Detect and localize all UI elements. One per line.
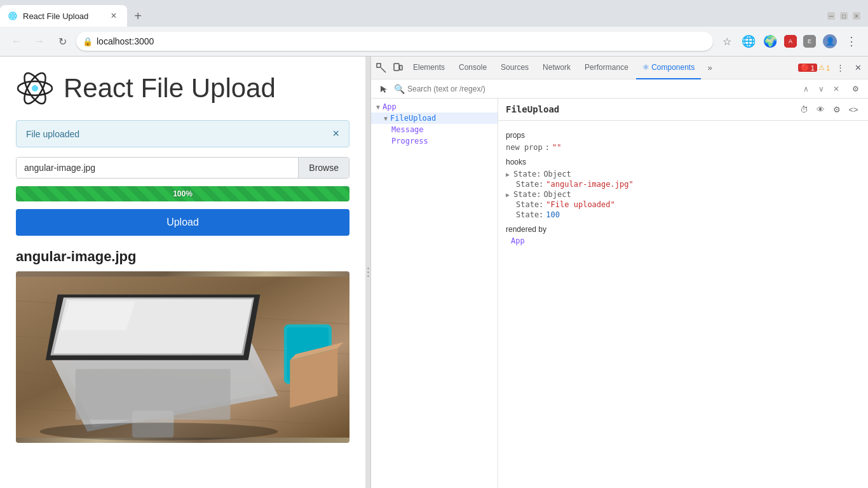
tree-label-app: App [383,102,397,111]
hook-value-0[interactable]: Object [543,170,571,179]
hook-label-3: State: [516,200,543,209]
hook-value-2[interactable]: Object [543,190,571,199]
props-panel: props new prop : "" hooks ▶ Stat [498,121,868,488]
hook-arrow-0[interactable]: ▶ [506,171,510,178]
back-button[interactable]: ← [8,32,25,50]
ext-icon-2[interactable]: E [802,34,817,49]
tree-item-app[interactable]: ▼ App [371,101,498,112]
hook-value-4: 100 [546,210,560,219]
log-data-icon[interactable]: ⚙ [830,102,844,116]
minimize-button[interactable]: ─ [827,12,835,20]
upload-button[interactable]: Upload [16,209,349,236]
profile-icon-2[interactable]: 🌍 [761,32,779,50]
props-section-title: props [506,131,860,140]
devtools-panel: Elements Console Sources Network Perform… [370,57,868,488]
devtools-device-button[interactable] [390,60,405,76]
search-prev-button[interactable]: ∧ [799,83,812,95]
file-input-row: Browse [16,157,349,179]
svg-rect-20 [377,64,381,67]
close-button[interactable]: × [853,12,860,20]
new-prop-row: new prop : "" [506,142,860,152]
devtools-more-tabs[interactable]: » [702,60,717,76]
devtools-tab-components[interactable]: ⚛ Components [636,57,701,79]
devtools-settings-icon[interactable]: ⋮ [832,60,848,76]
panel-separator[interactable] [365,57,370,488]
devtools-close-button[interactable]: ✕ [850,60,865,76]
devtools-pointer-icon[interactable] [376,81,391,97]
svg-point-19 [40,423,278,440]
browser-chrome: React File Upload × + ─ □ × ← → ↻ 🔒 loca… [0,0,868,57]
devtools-tab-console[interactable]: Console [452,57,493,79]
tree-item-message[interactable]: Message [371,124,498,135]
forward-button[interactable]: → [31,32,48,50]
uploaded-image [16,271,349,443]
devtools-tab-performance[interactable]: Performance [578,57,635,79]
address-input-container[interactable]: 🔒 localhost:3000 [76,32,713,51]
new-tab-button[interactable]: + [127,5,149,27]
hook-row-3: State: "File uploaded" [506,200,860,210]
devtools-tab-elements[interactable]: Elements [407,57,451,79]
active-tab[interactable]: React File Upload × [0,5,127,27]
search-close-button[interactable]: ✕ [830,83,843,95]
component-tree: ▼ App ▼ FileUpload Message Progress [371,98,498,488]
hook-arrow-2[interactable]: ▶ [506,191,510,198]
browse-button[interactable]: Browse [298,158,349,178]
refresh-button[interactable]: ↻ [53,32,71,50]
svg-point-5 [32,85,38,92]
inspect-dom-icon[interactable]: 👁 [813,102,827,116]
hook-row-0: ▶ State: Object [506,169,860,179]
hook-value-3: "File uploaded" [546,200,614,209]
devtools-toolbar: Elements Console Sources Network Perform… [371,57,868,79]
new-prop-label: new prop [506,143,543,152]
app-title: React File Upload [64,73,276,104]
menu-button[interactable]: ⋮ [843,32,860,50]
progress-bar: 100% [16,186,349,201]
tab-close-button[interactable]: × [108,10,119,22]
bookmark-icon[interactable]: ☆ [718,32,736,50]
devtools-search-input[interactable] [407,85,797,93]
properties-container: FileUpload ⏱ 👁 ⚙ <> props new prop [498,98,868,488]
rendered-by-section: rendered by App [506,225,860,245]
alert-close-button[interactable]: × [332,127,339,140]
hook-row-4: State: 100 [506,210,860,220]
profile-avatar[interactable]: 👤 [821,32,839,50]
suspend-icon[interactable]: ⏱ [797,102,811,116]
component-header-icons: ⏱ 👁 ⚙ <> [797,102,860,116]
rendered-by-value: App [511,236,860,245]
rendered-by-title: rendered by [506,225,860,234]
hook-label-4: State: [516,210,543,219]
svg-point-4 [12,15,14,17]
tree-label-fileupload: FileUpload [390,114,436,123]
address-text: localhost:3000 [97,36,707,46]
file-name-input[interactable] [17,158,298,178]
tree-item-progress[interactable]: Progress [371,135,498,147]
profile-icon-1[interactable]: 🌐 [740,32,757,50]
devtools-inspect-button[interactable] [374,60,389,76]
tree-item-fileupload[interactable]: ▼ FileUpload [371,112,498,124]
hook-value-1: "angular-image.jpg" [546,180,633,189]
devtools-gear-icon[interactable]: ⚙ [848,81,863,97]
devtools-toolbar-right: 🔴 1 ⚠ 1 ⋮ ✕ [798,60,865,76]
components-tab-icon: ⚛ [642,63,649,72]
toolbar-right: ☆ 🌐 🌍 A E 👤 ⋮ [718,32,860,50]
progress-text: 100% [173,189,193,198]
tree-label-progress: Progress [391,137,428,146]
new-prop-colon: : [545,143,550,152]
tab-bar: React File Upload × + ─ □ × [0,0,868,27]
hook-label-0: State: [513,170,541,179]
hook-row-2: ▶ State: Object [506,189,860,200]
devtools-tab-network[interactable]: Network [536,57,577,79]
devtools-tab-sources[interactable]: Sources [494,57,535,79]
svg-rect-22 [400,65,402,70]
search-icon: 🔍 [394,84,405,94]
svg-rect-21 [394,64,399,71]
image-title: angular-image.jpg [16,248,349,265]
ext-icon-1[interactable]: A [783,34,798,49]
hooks-section-title: hooks [506,158,860,166]
tree-label-message: Message [391,125,424,134]
maximize-button[interactable]: □ [840,12,848,20]
alert-message: File uploaded [26,129,79,139]
search-next-button[interactable]: ∨ [815,83,827,95]
source-icon[interactable]: <> [846,102,860,116]
component-header: FileUpload ⏱ 👁 ⚙ <> [498,98,868,121]
